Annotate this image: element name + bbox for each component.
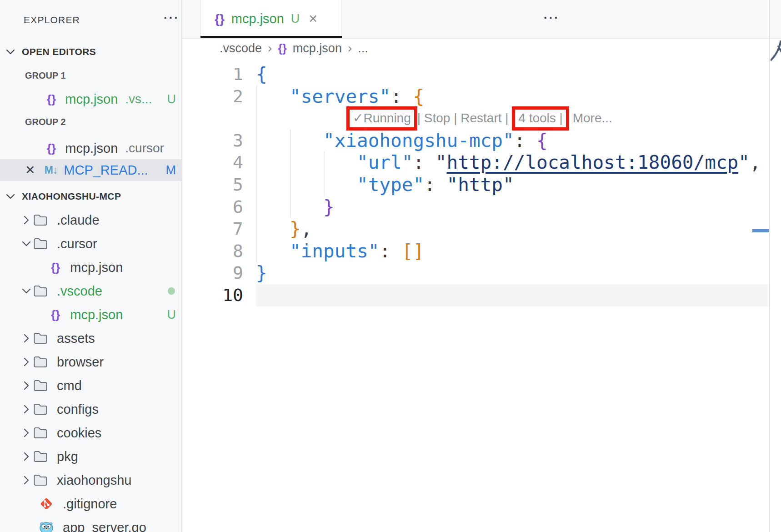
line-number: 3	[182, 130, 243, 152]
open-editor-item-mcp-readme-selected[interactable]: ✕ M↓ MCP_READ... M	[0, 159, 181, 181]
tree-item-gitignore[interactable]: .gitignore	[0, 492, 181, 516]
annotation-box-tools: 4 tools |	[512, 106, 569, 130]
folder-icon	[32, 402, 49, 416]
open-editor-path: .vs...	[125, 92, 152, 106]
code-line-current: 10	[182, 284, 769, 306]
code-line: 4 "url": "http://localhost:18060/mcp",	[182, 151, 769, 174]
json-file-icon: {}	[51, 261, 60, 275]
chevron-down-icon	[20, 285, 32, 297]
project-root-label: XIAOHONGSHU-MCP	[22, 191, 121, 202]
git-untracked-badge: U	[167, 308, 176, 322]
editor-more-actions-icon[interactable]: ···	[544, 11, 560, 25]
folder-icon	[32, 331, 49, 345]
close-icon[interactable]: ✕	[308, 12, 318, 25]
line-number: 2	[182, 85, 243, 108]
codelens-row: ✓Running| Stop | Restart | 4 tools | Mor…	[182, 107, 769, 130]
indent-guide	[324, 151, 325, 196]
line-number: 4	[182, 151, 243, 174]
tree-item-cookies[interactable]: cookies	[0, 421, 181, 445]
git-modified-badge: M	[166, 163, 176, 177]
line-number: 8	[182, 240, 243, 262]
markdown-file-icon: M↓	[45, 164, 58, 176]
folder-icon	[32, 426, 49, 440]
folder-icon	[32, 473, 49, 487]
code-editor[interactable]: 1 { 2 "servers": { ✓Running| Stop | Rest…	[182, 58, 769, 532]
sidebar-more-actions-icon[interactable]: ···	[164, 11, 180, 25]
sidebar-title: EXPLORER	[24, 15, 80, 25]
json-file-icon: {}	[51, 308, 60, 322]
tree-item-cursor-mcp-json[interactable]: {} mcp.json	[0, 256, 181, 279]
open-editor-name: mcp.json	[65, 141, 118, 156]
mcp-tools-count[interactable]: 4 tools |	[518, 111, 563, 125]
git-icon	[38, 497, 55, 511]
overview-ruler-cursor-marker	[752, 229, 769, 232]
folder-icon	[32, 355, 49, 369]
chevron-right-icon	[20, 332, 32, 344]
tree-item-cursor[interactable]: .cursor	[0, 232, 181, 256]
sidebar-header: EXPLORER	[0, 11, 181, 29]
tree-item-claude[interactable]: .claude	[0, 208, 181, 232]
tree-item-pkg[interactable]: pkg	[0, 445, 181, 468]
json-file-icon: {}	[47, 92, 56, 106]
chevron-right-icon	[20, 403, 32, 415]
tree-item-vscode[interactable]: .vscode	[0, 279, 181, 303]
code-line: 5 "type": "http"	[182, 174, 769, 196]
chevron-right-icon: ›	[348, 41, 352, 55]
line-number	[182, 107, 243, 130]
codelens-more[interactable]: More...	[569, 107, 612, 130]
chevron-right-icon	[20, 427, 32, 439]
line-number: 10	[182, 284, 243, 306]
code-line: 7 },	[182, 218, 769, 240]
project-root-header[interactable]: XIAOHONGSHU-MCP	[0, 186, 181, 206]
chevron-down-icon	[5, 46, 16, 58]
tree-item-cmd[interactable]: cmd	[0, 374, 181, 397]
editor-group-2-header: GROUP 2	[0, 113, 181, 131]
open-editors-label: OPEN EDITORS	[22, 46, 96, 57]
open-editors-section[interactable]: OPEN EDITORS	[0, 42, 181, 62]
breadcrumb-folder[interactable]: .vscode	[220, 41, 262, 55]
folder-icon	[32, 450, 49, 463]
breadcrumb-symbol[interactable]: ...	[358, 41, 368, 55]
breadcrumb-file[interactable]: mcp.json	[293, 41, 342, 55]
indent-guide	[256, 85, 257, 262]
mcp-server-status[interactable]: ✓Running	[353, 111, 411, 125]
indent-guide	[290, 130, 291, 218]
tree-item-configs[interactable]: configs	[0, 397, 181, 421]
git-untracked-badge: U	[167, 92, 176, 106]
json-file-icon: {}	[47, 141, 56, 156]
tree-item-browser[interactable]: browser	[0, 350, 181, 374]
editor-tab-bar: {} mcp.json U ✕	[182, 0, 769, 39]
code-line: 3 "xiaohongshu-mcp": {	[182, 130, 769, 152]
line-number: 6	[182, 196, 243, 218]
chevron-right-icon: ›	[268, 41, 272, 55]
url-link[interactable]: http://localhost:18060/mcp	[446, 151, 738, 173]
line-number: 1	[182, 63, 243, 85]
line-number: 9	[182, 262, 243, 284]
codelens-actions[interactable]: | Stop | Restart |	[417, 107, 512, 130]
line-number: 5	[182, 174, 243, 196]
code-line: 1 {	[182, 63, 769, 85]
close-icon[interactable]: ✕	[25, 163, 35, 177]
open-editor-item-mcp-json-vscode[interactable]: {} mcp.json .vs... U	[0, 87, 181, 111]
chevron-right-icon	[20, 474, 32, 486]
line-number: 7	[182, 218, 243, 240]
folder-icon	[32, 284, 49, 298]
folder-icon	[32, 213, 49, 227]
tab-mcp-json[interactable]: {} mcp.json U ✕	[200, 0, 342, 38]
tree-item-assets[interactable]: assets	[0, 326, 181, 350]
tree-item-xiaohongshu[interactable]: xiaohongshu	[0, 468, 181, 492]
folder-icon	[32, 237, 49, 251]
code-line: 9 }	[182, 262, 769, 284]
annotation-box-running: ✓Running	[346, 106, 417, 130]
second-editor-group-tab-bar	[770, 0, 781, 39]
code-line: 8 "inputs": []	[182, 240, 769, 262]
tree-item-vscode-mcp-json[interactable]: {} mcp.json U	[0, 303, 181, 326]
git-changes-dot-badge	[168, 287, 175, 295]
editor-group-1-header: GROUP 1	[0, 66, 181, 85]
open-editor-name: mcp.json	[65, 92, 118, 107]
go-file-icon	[38, 521, 55, 532]
editor-group-divider[interactable]	[769, 0, 770, 532]
chevron-down-icon	[5, 191, 16, 202]
open-editor-item-mcp-json-cursor[interactable]: {} mcp.json .cursor	[0, 136, 181, 160]
tree-item-app-server-go[interactable]: app_server.go	[0, 516, 181, 532]
